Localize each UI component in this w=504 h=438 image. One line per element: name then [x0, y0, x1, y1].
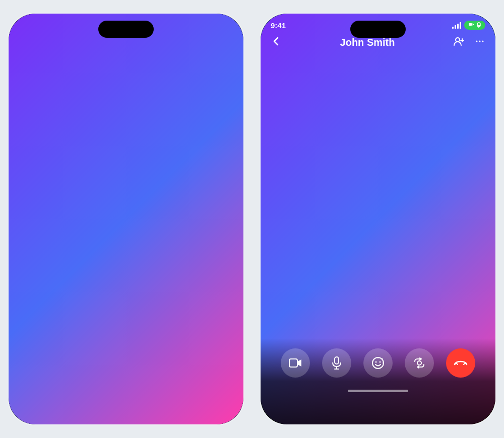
status-time-right: 9:41 [271, 21, 286, 30]
back-button[interactable] [271, 36, 282, 49]
home-indicator-left [9, 411, 243, 424]
describe-placeholder: Describe an image [27, 387, 94, 395]
svg-point-13 [482, 41, 483, 42]
battery-status-icon [213, 21, 219, 27]
end-call-button[interactable] [446, 348, 475, 378]
nav-icons [453, 36, 485, 49]
image-label-birthday: Imagine A birthday cake [17, 160, 124, 189]
status-icons-right [452, 21, 485, 30]
effects-button[interactable] [363, 348, 393, 378]
call-controls [261, 338, 495, 424]
meta-ai-title: Meta AI [117, 50, 156, 63]
status-pill-right [464, 21, 485, 30]
image-grid: Imagine A birthday cake Im [9, 73, 243, 335]
right-phone: 9:41 [260, 13, 496, 425]
image-label-cloud: Imagine A sweet storm cloud [128, 160, 235, 189]
video-button[interactable] [281, 348, 310, 378]
microphone-button[interactable] [322, 348, 351, 378]
contact-name: John Smith [340, 37, 395, 48]
signal-status-icon [221, 21, 227, 27]
describe-input[interactable]: Describe an image [17, 380, 235, 403]
moon [173, 230, 203, 260]
signal-icon [197, 21, 206, 28]
add-contact-button[interactable] [453, 36, 464, 49]
notch [98, 21, 154, 38]
more-options-button[interactable] [474, 36, 485, 49]
image-label-forest: Imagine A forest on the moon [128, 294, 235, 322]
notch-right [350, 21, 406, 38]
image-card-sunflowers[interactable]: Imagine A field of sunflowers [17, 206, 124, 322]
switch-camera-button[interactable] [405, 348, 434, 378]
svg-rect-5 [473, 24, 474, 25]
svg-rect-15 [335, 357, 339, 364]
svg-point-19 [375, 361, 377, 363]
svg-point-8 [456, 38, 460, 42]
svg-point-6 [477, 23, 480, 26]
image-card-forest-moon[interactable]: Imagine A forest on the moon [128, 206, 235, 322]
video-call-screen: 9:41 [261, 14, 495, 424]
svg-rect-14 [289, 359, 297, 367]
image-card-rabbit[interactable] [17, 335, 124, 371]
live-indicator [209, 20, 231, 29]
mic-status-icon [476, 22, 481, 28]
svg-rect-4 [469, 23, 472, 26]
svg-rect-1 [214, 22, 217, 25]
left-phone: 9:41 Meta AI [8, 13, 244, 425]
image-label-sunflowers: Imagine A field of sunflowers [17, 294, 124, 322]
video-nav-row: John Smith [271, 36, 485, 49]
svg-point-20 [380, 361, 381, 363]
status-time-left: 9:41 [21, 20, 36, 29]
svg-point-24 [417, 361, 421, 365]
meta-ai-logo-icon [96, 49, 112, 65]
bottom-partial-row [9, 335, 243, 375]
image-card-birthday-cake[interactable]: Imagine A birthday cake [17, 73, 124, 189]
svg-rect-2 [218, 23, 219, 24]
meta-ai-screen: Meta AI [9, 14, 243, 424]
svg-point-11 [476, 41, 477, 42]
image-card-storm-cloud[interactable]: Imagine A sweet storm cloud [128, 73, 235, 189]
image-card-colorful[interactable] [128, 335, 235, 371]
svg-point-12 [479, 41, 480, 42]
signal-right-icon [452, 22, 461, 29]
controls-row [281, 348, 475, 378]
status-icons-left [197, 20, 231, 29]
home-indicator-right [281, 386, 475, 399]
